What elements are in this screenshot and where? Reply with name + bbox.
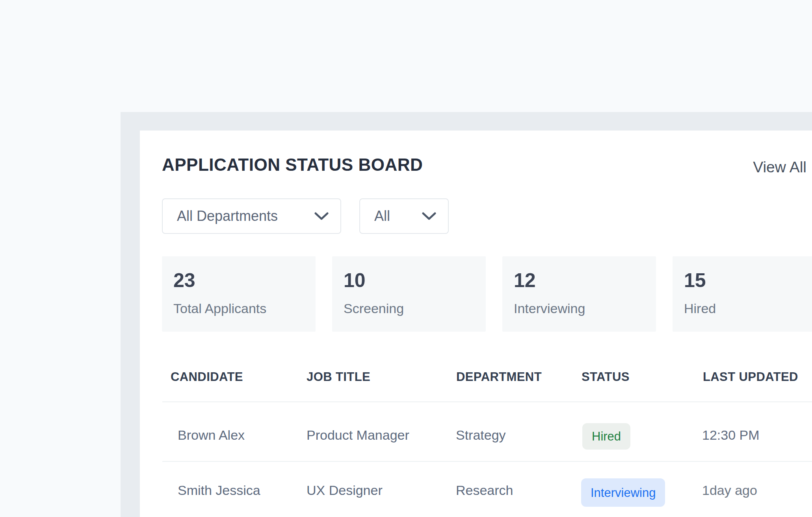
cell-job-title: UX Designer: [307, 481, 383, 500]
stat-label: Interviewing: [514, 300, 585, 317]
cell-job-title: Product Manager: [307, 426, 409, 445]
cell-candidate: Brown Alex: [178, 426, 245, 445]
content-panel: APPLICATION STATUS BOARD View All All De…: [121, 112, 812, 517]
cell-last-updated: 12:30 PM: [702, 426, 760, 445]
column-header-department: DEPARTMENT: [456, 369, 542, 385]
stat-value: 10: [344, 271, 366, 290]
stat-card-total-applicants: 23 Total Applicants: [162, 256, 316, 332]
chevron-down-icon: [314, 212, 329, 220]
view-all-link[interactable]: View All: [753, 157, 806, 177]
page-title: APPLICATION STATUS BOARD: [162, 153, 423, 176]
status-badge-hired: Hired: [582, 423, 630, 450]
column-header-candidate: CANDIDATE: [171, 369, 243, 385]
status-filter-dropdown[interactable]: All: [359, 198, 449, 234]
cell-candidate: Smith Jessica: [178, 481, 260, 500]
status-filter-value: All: [374, 209, 390, 223]
department-filter-value: All Departments: [177, 209, 278, 223]
page-background: { "board": { "title": "APPLICATION STATU…: [0, 0, 812, 517]
stat-card-hired: 15 Hired: [673, 256, 812, 332]
cell-department: Research: [456, 481, 513, 500]
stat-label: Total Applicants: [173, 300, 266, 317]
table-row-divider: [162, 461, 812, 462]
department-filter-dropdown[interactable]: All Departments: [162, 198, 341, 234]
stat-value: 12: [514, 271, 536, 290]
column-header-status: STATUS: [582, 369, 630, 385]
chevron-down-icon: [422, 212, 436, 220]
stat-label: Hired: [684, 300, 716, 317]
stat-label: Screening: [344, 300, 404, 317]
cell-department: Strategy: [456, 426, 506, 445]
cell-last-updated: 1day ago: [702, 481, 757, 500]
stat-value: 23: [173, 271, 195, 290]
column-header-job-title: JOB TITLE: [307, 369, 370, 385]
status-badge-interviewing: Interviewing: [581, 478, 665, 507]
application-status-card: APPLICATION STATUS BOARD View All All De…: [140, 131, 812, 517]
table-header-divider: [162, 401, 812, 402]
stat-card-screening: 10 Screening: [332, 256, 486, 332]
column-header-last-updated: LAST UPDATED: [703, 369, 798, 385]
stat-value: 15: [684, 271, 706, 290]
stat-card-interviewing: 12 Interviewing: [502, 256, 656, 332]
